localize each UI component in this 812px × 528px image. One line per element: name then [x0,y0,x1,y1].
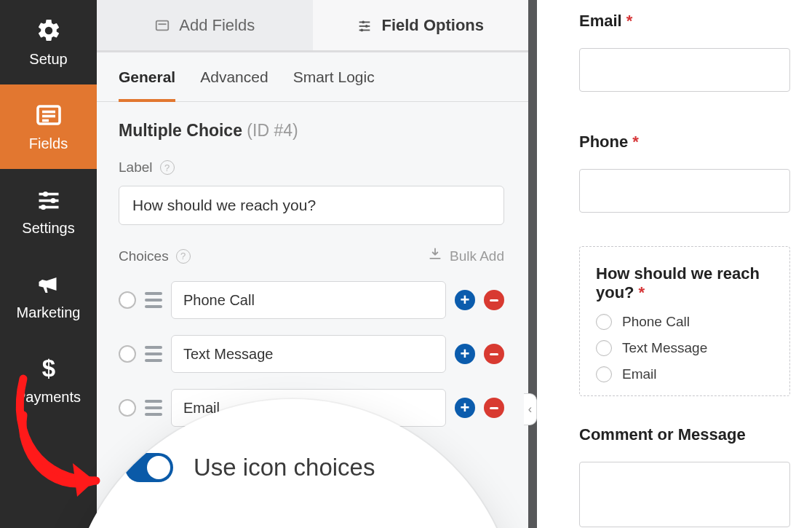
sidebar-label: Marketing [17,304,81,321]
choices-label: Choices [119,248,169,264]
add-choice-button[interactable]: + [455,290,475,310]
sub-tab-advanced[interactable]: Advanced [200,68,268,101]
remove-choice-button[interactable] [484,290,504,310]
preview-option-label: Text Message [622,340,707,356]
help-icon[interactable]: ? [176,249,191,264]
preview-option-label: Phone Call [622,314,690,330]
sidebar-label: Payments [16,389,81,406]
default-radio[interactable] [119,291,136,309]
use-icon-choices-label: Use icon choices [194,454,375,481]
sidebar-item-setup[interactable]: Setup [0,0,97,84]
field-type-title: Multiple Choice (ID #4) [119,121,506,141]
choices-header: Choices ? Bulk Add [119,247,504,265]
svg-point-16 [365,25,368,28]
bulk-add-link[interactable]: Bulk Add [428,247,504,265]
drag-handle-icon[interactable] [145,292,162,308]
sidebar-label: Setup [29,51,67,68]
remove-choice-button[interactable] [484,344,504,364]
sidebar-label: Fields [29,135,68,152]
remove-choice-button[interactable] [484,398,504,418]
preview-comment-input[interactable] [579,462,790,527]
sidebar-item-marketing[interactable]: Marketing [0,253,97,338]
megaphone-icon [36,271,62,297]
drag-handle-icon[interactable] [145,400,162,416]
drag-handle-icon[interactable] [145,346,162,362]
label-input[interactable] [119,186,504,225]
required-asterisk: * [626,12,633,30]
tab-label: Field Options [381,16,484,35]
card-icon [154,17,170,34]
add-choice-button[interactable]: + [455,344,475,364]
svg-rect-11 [156,20,169,30]
dollar-icon: $ [36,355,62,382]
sidebar-item-settings[interactable]: Settings [0,169,97,253]
preview-option[interactable]: Email [596,366,773,382]
preview-phone-input[interactable] [579,169,790,213]
preview-option[interactable]: Phone Call [596,314,773,330]
svg-point-18 [361,28,364,31]
choice-input[interactable] [171,281,446,319]
required-asterisk: * [632,133,639,151]
tab-field-options[interactable]: Field Options [313,0,529,50]
panel-top-tabs: Add Fields Field Options [97,0,528,52]
preview-email-input[interactable] [579,48,790,92]
add-choice-button[interactable]: + [455,398,475,418]
preview-option-label: Email [622,366,657,382]
svg-point-5 [42,191,47,196]
builder-sidebar: Setup Fields Settings Marketing $ Paymen… [0,0,97,528]
svg-point-14 [362,20,365,23]
list-icon [36,102,62,128]
collapse-panel-button[interactable]: ‹ [524,393,537,425]
sub-tab-smart-logic[interactable]: Smart Logic [293,68,375,101]
sub-tab-general[interactable]: General [119,68,175,102]
required-asterisk: * [639,283,645,302]
preview-phone-label: Phone* [579,133,790,151]
preview-comment-label: Comment or Message [579,425,790,444]
tab-label: Add Fields [179,16,255,35]
svg-text:$: $ [41,355,55,382]
gear-icon [36,17,62,44]
svg-point-7 [50,197,55,202]
choice-row: + [119,281,504,319]
panel-sub-tabs: General Advanced Smart Logic [97,52,528,102]
sidebar-label: Settings [22,220,74,237]
preview-reach-label: How should we reach you?* [596,264,773,302]
label-row: Label ? [119,159,506,176]
download-icon [428,247,442,265]
field-type-name: Multiple Choice [119,121,242,140]
default-radio[interactable] [119,345,136,363]
preview-options: Phone Call Text Message Email [596,314,773,382]
label-label: Label [119,159,153,176]
sidebar-item-fields[interactable]: Fields [0,84,97,169]
help-icon[interactable]: ? [160,160,175,175]
field-id-text: (ID #4) [247,121,298,140]
form-preview: Email* Phone* How should we reach you?* … [537,0,812,528]
choice-row: + [119,335,504,373]
bulk-add-label: Bulk Add [450,248,504,264]
svg-point-9 [40,204,45,209]
radio-icon [596,314,612,330]
sliders-icon [357,17,373,34]
tab-add-fields[interactable]: Add Fields [97,0,313,50]
sidebar-item-payments[interactable]: $ Payments [0,338,97,422]
default-radio[interactable] [119,399,136,417]
preview-selected-field[interactable]: How should we reach you?* Phone Call Tex… [579,246,790,396]
preview-email-label: Email* [579,12,790,31]
choice-input[interactable] [171,335,446,373]
radio-icon [596,340,612,356]
radio-icon [596,366,612,382]
sliders-icon [36,186,62,213]
preview-option[interactable]: Text Message [596,340,773,356]
